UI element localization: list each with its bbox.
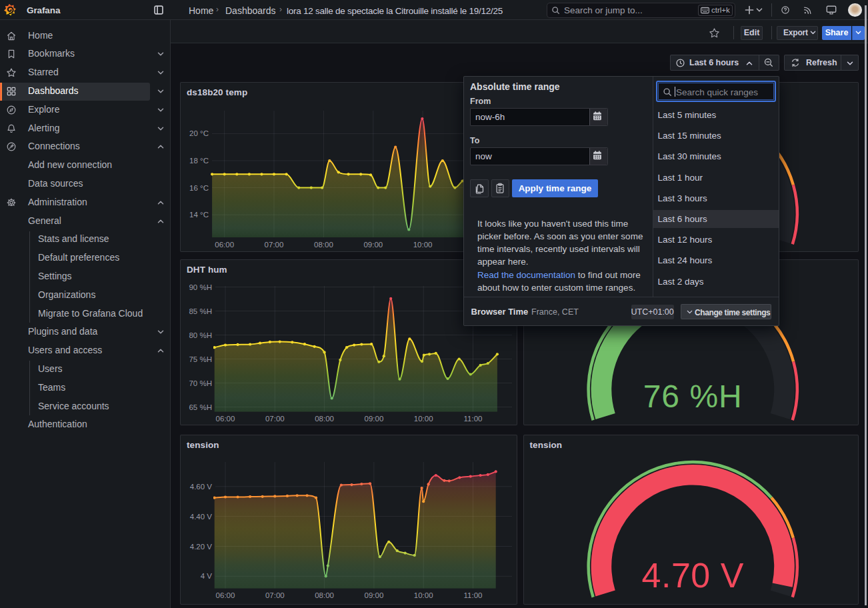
- svg-text:07:00: 07:00: [265, 591, 285, 599]
- svg-text:14 °C: 14 °C: [189, 211, 209, 219]
- svg-text:10:00: 10:00: [414, 591, 433, 599]
- svg-text:65 %H: 65 %H: [189, 403, 212, 411]
- svg-text:09:00: 09:00: [365, 591, 384, 599]
- svg-text:4.40 V: 4.40 V: [190, 513, 213, 521]
- svg-text:10:00: 10:00: [413, 241, 433, 249]
- svg-text:07:00: 07:00: [265, 415, 285, 423]
- svg-text:10:00: 10:00: [414, 415, 433, 423]
- svg-text:08:00: 08:00: [315, 591, 334, 599]
- svg-text:70 %H: 70 %H: [189, 379, 212, 387]
- svg-text:20 °C: 20 °C: [189, 129, 209, 137]
- svg-text:4.20 V: 4.20 V: [190, 543, 213, 551]
- svg-text:11:00: 11:00: [464, 591, 483, 599]
- svg-text:08:00: 08:00: [314, 241, 333, 249]
- svg-text:85 %H: 85 %H: [189, 307, 212, 315]
- svg-text:09:00: 09:00: [365, 415, 384, 423]
- svg-text:75 %H: 75 %H: [189, 355, 212, 363]
- svg-text:09:00: 09:00: [363, 241, 383, 249]
- svg-text:11:00: 11:00: [464, 415, 483, 423]
- svg-text:08:00: 08:00: [315, 415, 334, 423]
- svg-text:4 V: 4 V: [201, 572, 213, 580]
- svg-text:80 %H: 80 %H: [189, 331, 212, 339]
- svg-text:90 %H: 90 %H: [189, 283, 212, 291]
- svg-text:16 °C: 16 °C: [189, 184, 209, 192]
- svg-text:07:00: 07:00: [265, 241, 284, 249]
- svg-text:06:00: 06:00: [215, 241, 234, 249]
- svg-text:06:00: 06:00: [216, 415, 235, 423]
- svg-text:06:00: 06:00: [216, 591, 235, 599]
- svg-text:4.60 V: 4.60 V: [190, 483, 213, 491]
- svg-text:18 °C: 18 °C: [189, 157, 209, 165]
- svg-text:76 %H: 76 %H: [643, 379, 742, 414]
- svg-text:4.70 V: 4.70 V: [641, 556, 743, 595]
